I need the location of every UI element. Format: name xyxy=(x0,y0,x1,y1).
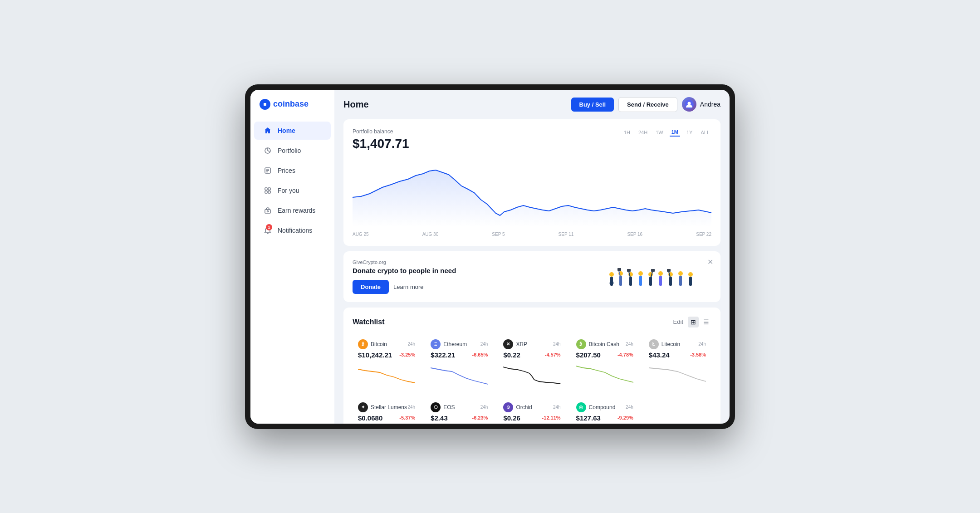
time-filter-group: 1H 24H 1W 1M 1Y ALL xyxy=(622,128,711,137)
crypto-header-eth: Ξ Ethereum 24h xyxy=(431,339,488,349)
svg-point-12 xyxy=(609,272,614,277)
crypto-left-xrp: ✕ XRP xyxy=(503,339,527,349)
eos-price-row: $2.43 -6.23% xyxy=(431,414,488,422)
ltc-period: 24h xyxy=(698,342,706,347)
xlm-period: 24h xyxy=(408,405,416,410)
svg-point-38 xyxy=(688,272,693,277)
sidebar-item-home[interactable]: Home xyxy=(254,122,331,140)
screen: coinbase Home xyxy=(250,90,730,424)
bch-chart xyxy=(576,362,633,385)
donate-button[interactable]: Donate xyxy=(353,280,389,294)
crypto-left-btc: ₿ Bitcoin xyxy=(358,339,387,349)
user-avatar[interactable]: Andrea xyxy=(682,97,720,112)
btc-change: -3.25% xyxy=(399,352,415,357)
sidebar-item-notifications[interactable]: 1 Notifications xyxy=(254,221,331,239)
crypto-card-xlm[interactable]: ✦ Stellar Lumens 24h $0.0680 -5.37% xyxy=(353,397,421,424)
bch-icon: ₿ xyxy=(576,339,586,349)
comp-change: -9.29% xyxy=(617,415,633,420)
comp-price-row: $127.63 -9.29% xyxy=(576,414,633,422)
portfolio-icon xyxy=(263,146,272,155)
filter-1m[interactable]: 1M xyxy=(670,128,680,137)
xrp-period: 24h xyxy=(553,342,561,347)
sidebar-label-notifications: Notifications xyxy=(278,227,312,234)
oxt-icon: ⊙ xyxy=(503,402,513,412)
btc-chart xyxy=(358,362,415,385)
avatar-circle xyxy=(682,97,696,112)
eth-name: Ethereum xyxy=(443,341,467,347)
crypto-card-comp[interactable]: ◎ Compound 24h $127.63 -9.29% xyxy=(571,397,639,424)
xlm-change: -5.37% xyxy=(399,415,415,420)
ltc-price-row: $43.24 -3.58% xyxy=(649,351,706,359)
list-view-button[interactable]: ☰ xyxy=(701,317,711,327)
crypto-card-xrp[interactable]: ✕ XRP 24h $0.22 -4.57% xyxy=(498,334,566,392)
portfolio-value: $1,407.71 xyxy=(353,137,409,151)
edit-button[interactable]: Edit xyxy=(673,318,683,325)
crypto-left-ltc: Ł Litecoin xyxy=(649,339,680,349)
grid-view-button[interactable]: ⊞ xyxy=(688,317,699,327)
date-sep11: SEP 11 xyxy=(559,232,574,237)
xrp-price-row: $0.22 -4.57% xyxy=(503,351,560,359)
filter-1y[interactable]: 1Y xyxy=(685,129,694,136)
filter-1h[interactable]: 1H xyxy=(622,129,632,136)
header-actions: Buy / Sell Send / Receive Andrea xyxy=(571,97,720,112)
xrp-icon: ✕ xyxy=(503,339,513,349)
filter-24h[interactable]: 24H xyxy=(637,129,649,136)
crypto-left-bch: ₿ Bitcoin Cash xyxy=(576,339,619,349)
crypto-card-btc[interactable]: ₿ Bitcoin 24h $10,242.21 -3.25% xyxy=(353,334,421,392)
date-aug25: AUG 25 xyxy=(353,232,369,237)
learn-more-button[interactable]: Learn more xyxy=(393,283,423,290)
crypto-left-eos: ⬡ EOS xyxy=(431,402,455,412)
sidebar-item-for-you[interactable]: For you xyxy=(254,181,331,200)
eth-period: 24h xyxy=(480,342,488,347)
ltc-price: $43.24 xyxy=(649,351,670,359)
filter-1w[interactable]: 1W xyxy=(654,129,665,136)
svg-rect-25 xyxy=(639,276,642,286)
sidebar-item-prices[interactable]: Prices xyxy=(254,161,331,180)
svg-rect-7 xyxy=(268,191,270,193)
comp-name: Compound xyxy=(589,404,616,410)
sidebar: coinbase Home xyxy=(250,90,334,424)
crypto-left-xlm: ✦ Stellar Lumens xyxy=(358,402,407,412)
crypto-card-eth[interactable]: Ξ Ethereum 24h $322.21 -6.65% xyxy=(425,334,493,392)
oxt-period: 24h xyxy=(553,405,561,410)
crypto-header-xrp: ✕ XRP 24h xyxy=(503,339,560,349)
filter-all[interactable]: ALL xyxy=(699,129,711,136)
buy-sell-button[interactable]: Buy / Sell xyxy=(571,98,614,112)
crypto-card-bch[interactable]: ₿ Bitcoin Cash 24h $207.50 -4.78% xyxy=(571,334,639,392)
coinbase-logo: coinbase xyxy=(260,99,325,110)
sidebar-item-earn-rewards[interactable]: Earn rewards xyxy=(254,201,331,220)
view-toggle: ⊞ ☰ xyxy=(688,317,711,327)
send-receive-button[interactable]: Send / Receive xyxy=(618,97,677,112)
svg-rect-31 xyxy=(659,276,662,286)
btc-price: $10,242.21 xyxy=(358,351,392,359)
page-title: Home xyxy=(343,99,369,110)
device-frame: coinbase Home xyxy=(245,84,735,429)
xlm-price-row: $0.0680 -5.37% xyxy=(358,414,415,422)
chart-fill xyxy=(353,170,711,227)
crypto-card-oxt[interactable]: ⊙ Orchid 24h $0.26 -12.11% xyxy=(498,397,566,424)
crypto-header-bch: ₿ Bitcoin Cash 24h xyxy=(576,339,633,349)
svg-rect-23 xyxy=(627,269,631,272)
donation-illustration xyxy=(607,261,711,293)
bch-price-row: $207.50 -4.78% xyxy=(576,351,633,359)
crypto-header-oxt: ⊙ Orchid 24h xyxy=(503,402,560,412)
crypto-card-eos[interactable]: ⬡ EOS 24h $2.43 -6.23% xyxy=(425,397,493,424)
coinbase-logo-icon xyxy=(260,99,270,110)
eos-name: EOS xyxy=(443,404,455,410)
date-aug30: AUG 30 xyxy=(422,232,439,237)
svg-rect-8 xyxy=(265,210,270,213)
eos-period: 24h xyxy=(480,405,488,410)
crypto-card-ltc[interactable]: Ł Litecoin 24h $43.24 -3.58% xyxy=(643,334,711,392)
user-name: Andrea xyxy=(700,101,720,108)
close-icon[interactable]: ✕ xyxy=(707,258,713,266)
bch-name: Bitcoin Cash xyxy=(589,341,619,347)
comp-price: $127.63 xyxy=(576,414,601,422)
donation-actions: Donate Learn more xyxy=(353,280,456,294)
xrp-name: XRP xyxy=(516,341,527,347)
oxt-name: Orchid xyxy=(516,404,532,410)
crypto-left-oxt: ⊙ Orchid xyxy=(503,402,532,412)
xlm-icon: ✦ xyxy=(358,402,368,412)
ltc-change: -3.58% xyxy=(690,352,706,357)
crypto-header-btc: ₿ Bitcoin 24h xyxy=(358,339,415,349)
sidebar-item-portfolio[interactable]: Portfolio xyxy=(254,142,331,160)
